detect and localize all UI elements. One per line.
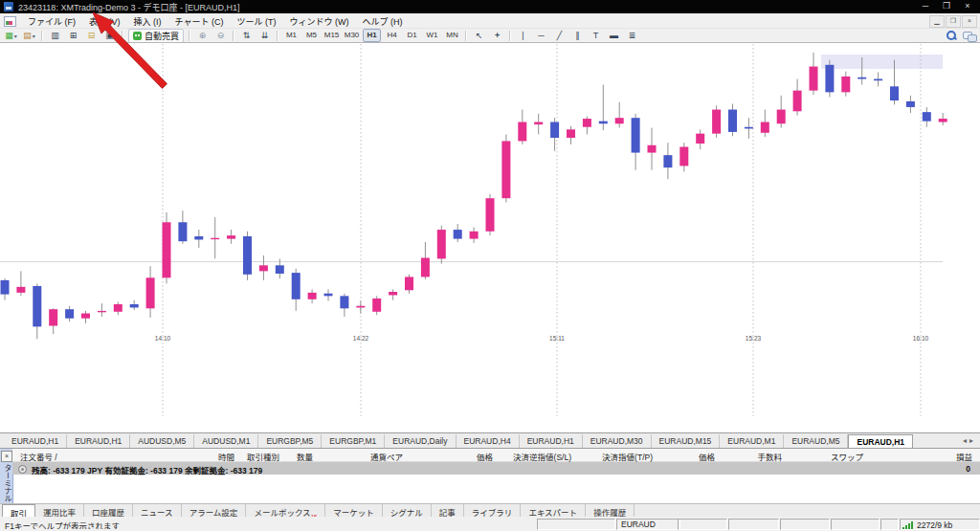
terminal-toggle-button[interactable]: ▣	[101, 29, 118, 43]
chart-tab-2[interactable]: AUDUSD,M5	[130, 434, 194, 449]
minimize-button[interactable]: ─	[915, 0, 936, 12]
data-window-button[interactable]: ⊞	[65, 29, 81, 43]
chat-icon[interactable]	[963, 31, 976, 41]
text-button[interactable]: T	[588, 29, 604, 43]
statusbar-cell-0	[537, 519, 615, 530]
menu-item-0[interactable]: ファイル (F)	[21, 13, 82, 28]
terminal-tab-9[interactable]: ライブラリ	[464, 504, 522, 518]
menubar: ファイル (F)表示 (V)挿入 (I)チャート (C)ツール (T)ウィンドウ…	[0, 13, 980, 29]
menu-item-6[interactable]: ヘルプ (H)	[355, 13, 409, 28]
terminal-column-3[interactable]: 数量	[297, 451, 313, 462]
restore-button[interactable]: ❐	[936, 0, 957, 12]
terminal-tab-1[interactable]: 運用比率	[35, 504, 84, 518]
terminal-column-6[interactable]: 決済逆指値(S/L)	[513, 451, 571, 462]
terminal-tab-2[interactable]: 口座履歴	[84, 504, 133, 518]
terminal-tab-5[interactable]: メールボックス15	[246, 504, 325, 518]
objects-list-button[interactable]: ≣	[624, 29, 640, 43]
child-close-button[interactable]: ×	[962, 15, 977, 28]
terminal-tab-10[interactable]: エキスパート	[521, 504, 586, 518]
chart-tab-13[interactable]: EURAUD,H1	[848, 434, 913, 449]
terminal-tab-3[interactable]: ニュース	[133, 504, 182, 518]
menu-item-1[interactable]: 表示 (V)	[82, 13, 127, 28]
terminal-column-9[interactable]: 手数料	[757, 451, 782, 462]
terminal-tab-11[interactable]: 操作履歴	[586, 504, 635, 518]
timeframe-h4-button[interactable]: H4	[383, 29, 401, 42]
terminal-column-4[interactable]: 通貨ペア	[370, 451, 403, 462]
chart-tab-10[interactable]: EURAUD,M15	[652, 434, 721, 449]
navigator-button[interactable]: ⊟	[83, 29, 100, 43]
profiles-button[interactable]: ▤▾	[21, 29, 37, 43]
trendline-button[interactable]: ╱	[551, 29, 568, 43]
menu-item-5[interactable]: ウィンドウ (W)	[282, 13, 355, 28]
terminal-column-8[interactable]: 価格	[699, 451, 715, 462]
zoom-in-button[interactable]: ⊕	[194, 29, 211, 43]
terminal-tab-7[interactable]: シグナル	[383, 504, 432, 518]
market-watch-button[interactable]: ▥	[47, 29, 63, 43]
terminal-tab-0[interactable]: 取引	[2, 504, 35, 518]
channel-button[interactable]: ∥	[569, 29, 586, 43]
statusbar-cell-6	[880, 519, 899, 530]
child-restore-button[interactable]: ❐	[946, 15, 961, 28]
timeframe-m15-button[interactable]: M15	[323, 29, 341, 42]
chart-scale-button[interactable]: ⇅	[238, 29, 255, 43]
terminal-tab-8[interactable]: 記事	[432, 504, 464, 518]
cursor-pointer-button[interactable]: ↖	[471, 29, 487, 43]
chart-tab-7[interactable]: EURAUD,H4	[457, 434, 520, 449]
chart-tab-1[interactable]: EURAUD,H1	[67, 434, 130, 449]
terminal-column-0[interactable]: 注文番号 /	[20, 451, 57, 462]
chart-area[interactable]	[0, 42, 980, 433]
menu-item-3[interactable]: チャート (C)	[168, 13, 231, 28]
timeframe-d1-button[interactable]: D1	[403, 29, 421, 42]
autotrade-robot-icon	[133, 32, 142, 40]
timeframe-h1-button[interactable]: H1	[363, 29, 381, 42]
horizontal-line-button[interactable]: ─	[533, 29, 549, 43]
statusbar-cell-2	[678, 519, 727, 530]
terminal-column-5[interactable]: 価格	[477, 451, 493, 462]
chart-tab-0[interactable]: EURAUD,H1	[4, 434, 67, 449]
new-chart-button[interactable]: ▦▾	[3, 29, 19, 43]
menu-item-4[interactable]: ツール (T)	[230, 13, 282, 28]
window-title: 23423118: XMTrading-Demo 3 - デモ口座 - [EUR…	[18, 1, 240, 13]
terminal-tab-6[interactable]: マーケット	[325, 504, 383, 518]
zoom-out-button[interactable]: ⊖	[212, 29, 229, 43]
timeframe-m30-button[interactable]: M30	[343, 29, 361, 42]
timeframe-m1-button[interactable]: M1	[282, 29, 301, 42]
statusbar-cell-4	[780, 519, 830, 530]
close-button[interactable]: ×	[957, 0, 978, 12]
shapes-button[interactable]: ▬	[606, 29, 622, 43]
terminal-column-7[interactable]: 決済指値(T/P)	[602, 451, 653, 462]
terminal-close-icon[interactable]: ×	[1, 451, 12, 462]
chart-tab-4[interactable]: EURGBP,M5	[258, 434, 322, 449]
vertical-line-button[interactable]: |	[515, 29, 531, 43]
terminal-column-11[interactable]: 損益	[956, 451, 972, 462]
chart-tab-8[interactable]: EURAUD,H1	[520, 434, 583, 449]
toolbar: ▦▾ ▤▾ ▥ ⊞ ⊟ ▣ 自動売買 ⊕ ⊖ ⇅ ⇊ M1M5M15M30H1H…	[0, 29, 980, 43]
mt4-window: 23423118: XMTrading-Demo 3 - デモ口座 - [EUR…	[0, 0, 980, 531]
chart-window-icon[interactable]	[4, 16, 16, 27]
terminal-column-1[interactable]: 時間	[218, 451, 234, 462]
chart-tab-9[interactable]: EURAUD,M30	[583, 434, 652, 449]
timeframe-m5-button[interactable]: M5	[302, 29, 321, 42]
search-icon[interactable]	[946, 30, 957, 41]
balance-row[interactable]: 残高: -633 179 JPY 有効証拠金: -633 179 余剰証拠金: …	[12, 462, 980, 475]
chart-shift-button[interactable]: ⇊	[256, 29, 273, 43]
terminal-column-10[interactable]: スワップ	[831, 451, 863, 462]
timeframe-w1-button[interactable]: W1	[423, 29, 441, 42]
tabs-scroll-right-icon[interactable]: ▸	[969, 436, 976, 445]
tabs-scroll-left-icon[interactable]: ◂	[963, 436, 969, 445]
chart-tab-5[interactable]: EURGBP,M1	[322, 434, 385, 449]
app-icon	[4, 2, 13, 11]
menu-item-2[interactable]: 挿入 (I)	[127, 13, 168, 28]
timeframe-mn-button[interactable]: MN	[443, 29, 461, 42]
chart-tab-3[interactable]: AUDUSD,M1	[194, 434, 258, 449]
child-minimize-button[interactable]: ▁	[929, 15, 945, 28]
terminal-tab-4[interactable]: アラーム設定	[182, 504, 247, 518]
terminal-panel: × ターミナル 注文番号 /時間取引種別数量通貨ペア価格決済逆指値(S/L)決済…	[0, 448, 980, 504]
autotrade-label: 自動売買	[145, 30, 179, 42]
terminal-column-2[interactable]: 取引種別	[247, 451, 279, 462]
chart-tab-11[interactable]: EURAUD,M1	[720, 434, 784, 449]
chart-tab-12[interactable]: EURAUD,M5	[784, 434, 848, 449]
crosshair-button[interactable]: +	[489, 29, 505, 43]
chart-tab-6[interactable]: EURAUD,Daily	[385, 434, 456, 449]
autotrade-button[interactable]: 自動売買	[128, 29, 184, 43]
